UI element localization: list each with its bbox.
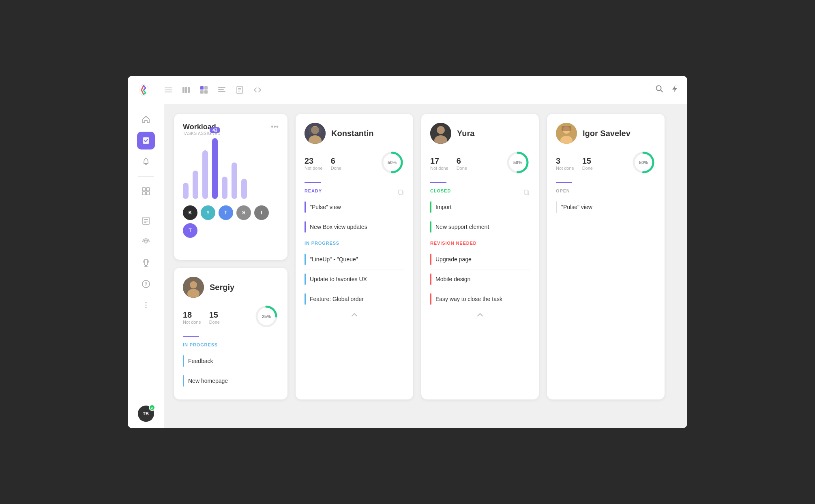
yura-revision-label: REVISION NEEDED — [430, 241, 530, 246]
konstantin-inprogress-label: IN PROGRESS — [305, 241, 404, 246]
user-avatar[interactable]: TB 2 — [138, 406, 154, 422]
svg-rect-58 — [524, 190, 528, 194]
yura-divider — [430, 182, 446, 183]
sergiy-progress-ring: 25% — [254, 304, 279, 330]
konstantin-avatar — [305, 123, 326, 144]
task-bar — [183, 355, 184, 367]
left-column: Workload TASKS ASSIGNED ••• — [174, 114, 287, 399]
chart-bar — [232, 162, 237, 199]
svg-point-28 — [145, 241, 147, 243]
konstantin-done: 6 Done — [331, 156, 341, 171]
avatar-yura[interactable]: Y — [201, 205, 215, 220]
konstantin-ready-header: READY — [305, 188, 404, 197]
svg-text:50%: 50% — [388, 160, 397, 165]
workload-chart: 43 — [183, 137, 279, 202]
yura-closed-label: CLOSED — [430, 188, 451, 193]
avatar-t1[interactable]: T — [219, 205, 233, 220]
igor-name: Igor Savelev — [583, 129, 631, 138]
yura-name: Yura — [457, 129, 474, 138]
konstantin-ready-tasks: "Pulse" view New Box view updates — [305, 197, 404, 237]
task-bar — [430, 273, 431, 285]
task-bar — [305, 254, 306, 265]
igor-done: 15 Done — [582, 156, 593, 171]
task-item: New Box view updates — [305, 217, 404, 237]
svg-rect-26 — [144, 221, 148, 222]
konstantin-collapse-button[interactable] — [305, 309, 404, 317]
svg-rect-45 — [309, 127, 322, 134]
task-bar — [556, 201, 557, 213]
chart-bar — [202, 150, 208, 199]
svg-rect-30 — [144, 266, 148, 267]
search-icon[interactable] — [655, 84, 664, 95]
task-label: Feature: Global order — [310, 296, 364, 302]
top-bar — [128, 76, 687, 104]
sidebar-item-home[interactable] — [137, 111, 155, 128]
avatar-t2[interactable]: T — [183, 223, 197, 238]
yura-closed-tasks: Import New support element — [430, 197, 530, 237]
svg-rect-10 — [204, 90, 208, 94]
igor-avatar — [556, 123, 577, 144]
document-view-icon[interactable] — [235, 85, 244, 95]
sidebar-item-more[interactable] — [137, 296, 155, 314]
svg-rect-13 — [218, 91, 225, 92]
bar-5 — [222, 177, 227, 199]
copy-icon-yura[interactable] — [523, 189, 530, 197]
svg-rect-9 — [200, 90, 204, 94]
code-view-icon[interactable] — [253, 85, 262, 95]
sidebar-item-notifications[interactable] — [137, 153, 155, 171]
svg-rect-1 — [165, 88, 172, 88]
yura-revision-tasks: Upgrade page Mobile design Easy way to c… — [430, 250, 530, 309]
sidebar-divider-1 — [138, 176, 154, 177]
task-item: Easy way to close the task — [430, 289, 530, 309]
lightning-icon[interactable] — [670, 84, 679, 95]
sidebar-item-trophy[interactable] — [137, 254, 155, 272]
yura-progress-ring: 50% — [506, 150, 530, 176]
igor-not-done: 3 Not done — [556, 156, 574, 171]
logo[interactable] — [136, 82, 151, 98]
svg-text:50%: 50% — [639, 160, 648, 165]
svg-rect-7 — [200, 86, 204, 90]
bar-7 — [241, 179, 247, 199]
svg-rect-62 — [562, 126, 571, 131]
yura-closed-header: CLOSED — [430, 188, 530, 197]
yura-collapse-button[interactable] — [430, 309, 530, 317]
sidebar-item-broadcast[interactable] — [137, 233, 155, 251]
konstantin-header: Konstantin — [305, 123, 404, 144]
task-bar — [305, 293, 306, 305]
task-label: New support element — [435, 224, 489, 230]
sidebar-item-tasks[interactable] — [137, 132, 155, 149]
bar-4-highlight: 43 — [212, 138, 218, 199]
task-item: New support element — [430, 217, 530, 237]
sergiy-done: 15 Done — [209, 310, 220, 325]
igor-header: Igor Savelev — [556, 123, 656, 144]
sidebar-item-help[interactable]: ? — [137, 275, 155, 293]
copy-icon[interactable] — [398, 189, 404, 197]
svg-rect-11 — [218, 87, 225, 88]
task-label: New Box view updates — [310, 224, 367, 230]
column-view-icon[interactable] — [181, 85, 191, 95]
avatar-igor[interactable]: I — [254, 205, 269, 220]
avatar-sergiy[interactable]: S — [236, 205, 251, 220]
workload-card: Workload TASKS ASSIGNED ••• — [174, 114, 287, 260]
grid-view-icon[interactable] — [199, 85, 209, 95]
bar-badge: 43 — [210, 127, 220, 133]
bar-2 — [193, 171, 198, 199]
task-item: Feature: Global order — [305, 289, 404, 309]
svg-rect-27 — [144, 222, 146, 223]
list-view-icon[interactable] — [163, 85, 173, 95]
bar-1 — [183, 183, 189, 199]
top-bar-right-icons — [655, 84, 679, 95]
yura-done: 6 Done — [457, 156, 467, 171]
konstantin-inprogress-tasks: "LineUp" - "Queue" Update to favorites U… — [305, 250, 404, 309]
workload-menu-button[interactable]: ••• — [271, 123, 279, 131]
chart-bar — [183, 183, 189, 199]
avatar-konstantin[interactable]: K — [183, 205, 197, 220]
task-label: Feedback — [188, 358, 213, 364]
sidebar-bottom: TB 2 — [138, 406, 154, 422]
task-bar — [430, 293, 431, 305]
konstantin-name: Konstantin — [331, 129, 373, 138]
sidebar-item-documents[interactable] — [137, 212, 155, 230]
tasks-view-icon[interactable] — [217, 85, 227, 95]
task-bar — [430, 254, 431, 265]
sidebar-item-apps[interactable] — [137, 182, 155, 200]
